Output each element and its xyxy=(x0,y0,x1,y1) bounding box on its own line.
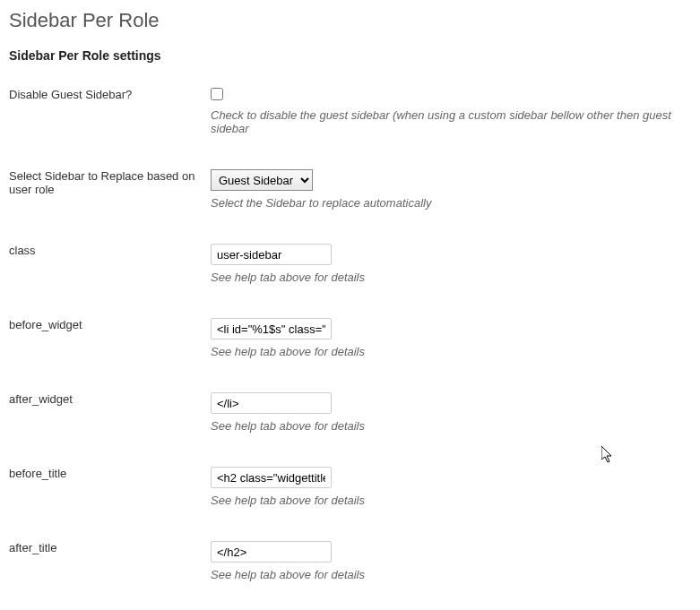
before-widget-label: before_widget xyxy=(9,318,211,392)
before-widget-description: See help tab above for details xyxy=(211,345,691,358)
settings-form: Disable Guest Sidebar? Check to disable … xyxy=(9,88,691,610)
after-title-label: after_title xyxy=(9,541,211,610)
before-widget-input[interactable] xyxy=(211,318,332,339)
after-widget-input[interactable] xyxy=(211,392,332,414)
select-sidebar-label: Select Sidebar to Replace based on user … xyxy=(9,169,211,244)
section-title: Sidebar Per Role settings xyxy=(9,48,691,63)
select-sidebar-description: Select the Sidebar to replace automatica… xyxy=(211,196,691,210)
select-sidebar-dropdown[interactable]: Guest Sidebar xyxy=(211,169,313,191)
class-description: See help tab above for details xyxy=(211,271,691,284)
after-title-description: See help tab above for details xyxy=(211,568,691,581)
class-input[interactable] xyxy=(211,244,332,265)
class-label: class xyxy=(9,244,211,318)
after-widget-description: See help tab above for details xyxy=(211,419,691,433)
after-widget-label: after_widget xyxy=(9,392,211,467)
disable-guest-checkbox[interactable] xyxy=(211,88,223,100)
after-title-input[interactable] xyxy=(211,541,332,563)
disable-guest-label: Disable Guest Sidebar? xyxy=(9,88,211,169)
before-title-description: See help tab above for details xyxy=(211,494,691,507)
disable-guest-description: Check to disable the guest sidebar (when… xyxy=(211,108,691,135)
page-title: Sidebar Per Role xyxy=(9,9,691,32)
before-title-input[interactable] xyxy=(211,467,332,488)
before-title-label: before_title xyxy=(9,467,211,541)
